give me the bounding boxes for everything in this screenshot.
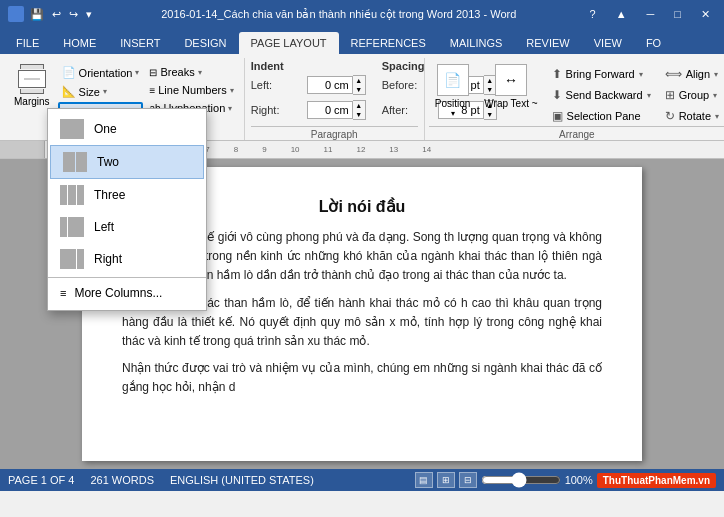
position-label: Position — [435, 98, 471, 109]
tab-references[interactable]: REFERENCES — [339, 32, 438, 54]
column-three-label: Three — [94, 188, 125, 202]
column-two-label: Two — [97, 155, 119, 169]
indent-left-input[interactable] — [307, 76, 353, 94]
zoom-slider[interactable] — [481, 474, 561, 486]
indent-right-label: Right: — [251, 104, 303, 116]
tab-review[interactable]: REVIEW — [514, 32, 581, 54]
redo-button[interactable]: ↪ — [67, 8, 80, 21]
minimize-button[interactable]: ─ — [641, 6, 661, 23]
column-one-label: One — [94, 122, 117, 136]
align-button[interactable]: ⟺ Align ▾ — [659, 64, 724, 84]
status-right: ▤ ⊞ ⊟ 100% ThuThuatPhanMem.vn — [415, 472, 716, 488]
zoom-level: 100% — [565, 474, 593, 486]
column-three-icon — [60, 185, 84, 205]
column-one-icon — [60, 119, 84, 139]
wrap-text-button[interactable]: ↔ Wrap Text ~ — [478, 60, 543, 113]
selection-pane-label: Selection Pane — [567, 110, 641, 122]
tab-fo[interactable]: FO — [634, 32, 673, 54]
column-two-icon — [63, 152, 87, 172]
indent-right-input[interactable] — [307, 101, 353, 119]
column-left-label: Left — [94, 220, 114, 234]
orientation-label: Orientation — [79, 67, 133, 79]
maximize-button[interactable]: □ — [668, 6, 687, 23]
close-button[interactable]: ✕ — [695, 6, 716, 23]
margins-label: Margins — [14, 96, 50, 107]
tab-mailings[interactable]: MAILINGS — [438, 32, 515, 54]
paragraph-group-label: Paragraph — [251, 126, 418, 140]
word-icon — [8, 6, 24, 22]
page-count: PAGE 1 OF 4 — [8, 474, 74, 486]
column-left-icon — [60, 217, 84, 237]
breaks-button[interactable]: ⊟ Breaks ▾ — [145, 64, 237, 80]
tab-home[interactable]: HOME — [51, 32, 108, 54]
customize-button[interactable]: ▾ — [84, 8, 94, 21]
status-bar: PAGE 1 OF 4 261 WORDS ENGLISH (UNITED ST… — [0, 469, 724, 491]
more-columns-option[interactable]: ≡ More Columns... — [48, 280, 206, 306]
save-button[interactable]: 💾 — [28, 8, 46, 21]
column-right-option[interactable]: Right — [48, 243, 206, 275]
indent-left-up[interactable]: ▲ — [353, 76, 365, 85]
tab-insert[interactable]: INSERT — [108, 32, 172, 54]
column-right-icon — [60, 249, 84, 269]
ruler-margin-left — [0, 141, 45, 159]
bring-forward-label: Bring Forward — [566, 68, 635, 80]
logo-badge: ThuThuatPhanMem.vn — [597, 473, 716, 488]
send-backward-label: Send Backward — [566, 89, 643, 101]
wrap-text-label: Wrap Text ~ — [484, 98, 537, 109]
selection-pane-button[interactable]: ▣ Selection Pane — [546, 106, 657, 126]
help-button[interactable]: ? — [584, 6, 602, 23]
tab-file[interactable]: FILE — [4, 32, 51, 54]
undo-button[interactable]: ↩ — [50, 8, 63, 21]
title-bar-controls: ? ▲ ─ □ ✕ — [584, 6, 716, 23]
column-one-option[interactable]: One — [48, 113, 206, 145]
view-web-button[interactable]: ⊟ — [459, 472, 477, 488]
status-left: PAGE 1 OF 4 261 WORDS ENGLISH (UNITED ST… — [8, 474, 314, 486]
word-count: 261 WORDS — [90, 474, 154, 486]
columns-dropdown: One Two Three Left Right ≡ M — [47, 108, 207, 311]
group-indent-spacing: Indent Left: ▲ ▼ Right: — [245, 58, 425, 140]
dropdown-divider — [48, 277, 206, 278]
size-button[interactable]: 📐 Size ▾ — [58, 83, 144, 100]
tab-view[interactable]: VIEW — [582, 32, 634, 54]
title-bar: 💾 ↩ ↪ ▾ 2016-01-14_Cách chia văn bản thà… — [0, 0, 724, 28]
send-backward-button[interactable]: ⬇ Send Backward ▾ — [546, 85, 657, 105]
view-print-button[interactable]: ▤ — [415, 472, 433, 488]
line-numbers-button[interactable]: ≡ Line Numbers ▾ — [145, 82, 237, 98]
language: ENGLISH (UNITED STATES) — [170, 474, 314, 486]
quick-access-toolbar: 💾 ↩ ↪ ▾ — [28, 8, 94, 21]
column-right-label: Right — [94, 252, 122, 266]
size-label: Size — [79, 86, 100, 98]
title-bar-left: 💾 ↩ ↪ ▾ — [8, 6, 94, 22]
ribbon-tab-bar: FILE HOME INSERT DESIGN PAGE LAYOUT REFE… — [0, 28, 724, 54]
column-two-option[interactable]: Two — [50, 145, 204, 179]
indent-left-down[interactable]: ▼ — [353, 85, 365, 94]
view-full-button[interactable]: ⊞ — [437, 472, 455, 488]
group-arrange: 📄 Position ▾ ↔ Wrap Text ~ ⬆ Bring Forwa… — [425, 58, 724, 140]
indent-header: Indent — [251, 60, 366, 72]
window-title: 2016-01-14_Cách chia văn bản thành nhiều… — [94, 8, 584, 21]
more-columns-label: More Columns... — [74, 286, 162, 300]
arrange-group-label: Arrange — [429, 126, 724, 140]
indent-left-label: Left: — [251, 79, 303, 91]
tab-design[interactable]: DESIGN — [172, 32, 238, 54]
indent-right-down[interactable]: ▼ — [353, 110, 365, 119]
group-objects-button[interactable]: ⊞ Group ▾ — [659, 85, 724, 105]
indent-right-up[interactable]: ▲ — [353, 101, 365, 110]
column-three-option[interactable]: Three — [48, 179, 206, 211]
orientation-button[interactable]: 📄 Orientation ▾ — [58, 64, 144, 81]
ribbon-collapse-button[interactable]: ▲ — [610, 6, 633, 23]
tab-page-layout[interactable]: PAGE LAYOUT — [239, 32, 339, 54]
rotate-button[interactable]: ↻ Rotate ▾ — [659, 106, 724, 126]
position-button[interactable]: 📄 Position ▾ — [429, 60, 477, 122]
margins-button[interactable]: Margins — [8, 60, 56, 111]
bring-forward-button[interactable]: ⬆ Bring Forward ▾ — [546, 64, 657, 84]
column-left-option[interactable]: Left — [48, 211, 206, 243]
